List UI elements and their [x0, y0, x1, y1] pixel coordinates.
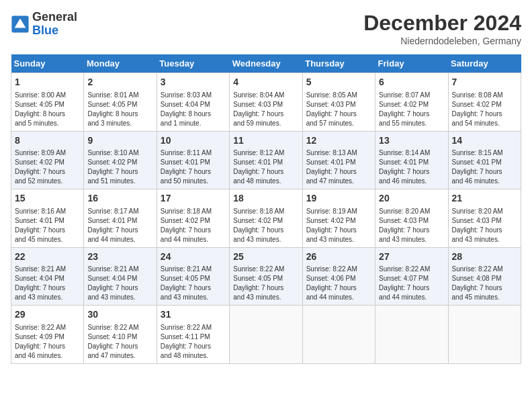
- month-title: December 2024: [363, 11, 521, 36]
- calendar-week-3: 15Sunrise: 8:16 AMSunset: 4:01 PMDayligh…: [11, 189, 521, 248]
- day-number: 21: [452, 192, 517, 205]
- day-number: 26: [306, 250, 371, 264]
- day-number: 22: [15, 250, 80, 264]
- day-number: 1: [15, 76, 80, 89]
- day-number: 5: [306, 76, 371, 89]
- day-info: Sunrise: 8:22 AMSunset: 4:05 PMDaylight:…: [233, 265, 298, 302]
- calendar-cell: 14Sunrise: 8:15 AMSunset: 4:01 PMDayligh…: [448, 131, 521, 189]
- calendar-cell: [375, 306, 448, 364]
- calendar-cell: 2Sunrise: 8:01 AMSunset: 4:05 PMDaylight…: [84, 73, 157, 132]
- day-info: Sunrise: 8:01 AMSunset: 4:05 PMDaylight:…: [87, 91, 152, 128]
- calendar-week-5: 29Sunrise: 8:22 AMSunset: 4:09 PMDayligh…: [11, 306, 521, 364]
- day-number: 2: [87, 76, 152, 89]
- calendar-cell: 15Sunrise: 8:16 AMSunset: 4:01 PMDayligh…: [11, 189, 84, 248]
- calendar-cell: 18Sunrise: 8:18 AMSunset: 4:02 PMDayligh…: [230, 189, 302, 248]
- day-info: Sunrise: 8:20 AMSunset: 4:03 PMDaylight:…: [452, 207, 517, 244]
- header-friday: Friday: [375, 54, 448, 73]
- day-info: Sunrise: 8:15 AMSunset: 4:01 PMDaylight:…: [452, 148, 517, 186]
- logo: General Blue: [11, 11, 77, 38]
- calendar-cell: 31Sunrise: 8:22 AMSunset: 4:11 PMDayligh…: [157, 306, 229, 364]
- day-number: 20: [379, 192, 444, 205]
- logo-icon: [11, 15, 30, 34]
- calendar-cell: 29Sunrise: 8:22 AMSunset: 4:09 PMDayligh…: [11, 306, 84, 364]
- calendar-week-2: 8Sunrise: 8:09 AMSunset: 4:02 PMDaylight…: [11, 131, 521, 189]
- day-info: Sunrise: 8:22 AMSunset: 4:11 PMDaylight:…: [161, 323, 226, 361]
- header-monday: Monday: [84, 54, 157, 73]
- location-title: Niederndodeleben, Germany: [363, 36, 521, 46]
- calendar-cell: 12Sunrise: 8:13 AMSunset: 4:01 PMDayligh…: [302, 131, 375, 189]
- day-number: 16: [87, 192, 152, 205]
- calendar-cell: 30Sunrise: 8:22 AMSunset: 4:10 PMDayligh…: [84, 306, 157, 364]
- day-info: Sunrise: 8:17 AMSunset: 4:01 PMDaylight:…: [87, 207, 152, 244]
- day-info: Sunrise: 8:12 AMSunset: 4:01 PMDaylight:…: [233, 148, 298, 186]
- day-info: Sunrise: 8:16 AMSunset: 4:01 PMDaylight:…: [15, 207, 80, 244]
- day-number: 17: [161, 192, 226, 205]
- day-number: 11: [233, 134, 298, 148]
- calendar-cell: 10Sunrise: 8:11 AMSunset: 4:01 PMDayligh…: [157, 131, 229, 189]
- calendar-cell: 8Sunrise: 8:09 AMSunset: 4:02 PMDaylight…: [11, 131, 84, 189]
- day-info: Sunrise: 8:07 AMSunset: 4:02 PMDaylight:…: [379, 91, 444, 128]
- calendar-week-1: 1Sunrise: 8:00 AMSunset: 4:05 PMDaylight…: [11, 73, 521, 132]
- day-number: 3: [161, 76, 226, 89]
- calendar-cell: 24Sunrise: 8:21 AMSunset: 4:05 PMDayligh…: [157, 247, 229, 306]
- day-number: 19: [306, 192, 371, 205]
- day-info: Sunrise: 8:19 AMSunset: 4:02 PMDaylight:…: [306, 207, 371, 244]
- day-info: Sunrise: 8:11 AMSunset: 4:01 PMDaylight:…: [161, 148, 226, 186]
- calendar-cell: 20Sunrise: 8:20 AMSunset: 4:03 PMDayligh…: [375, 189, 448, 248]
- calendar-table: SundayMondayTuesdayWednesdayThursdayFrid…: [11, 54, 521, 364]
- calendar-header-row: SundayMondayTuesdayWednesdayThursdayFrid…: [11, 54, 521, 73]
- header-thursday: Thursday: [302, 54, 375, 73]
- day-info: Sunrise: 8:13 AMSunset: 4:01 PMDaylight:…: [306, 148, 371, 186]
- day-number: 6: [379, 76, 444, 89]
- day-info: Sunrise: 8:03 AMSunset: 4:04 PMDaylight:…: [161, 91, 226, 128]
- day-info: Sunrise: 8:20 AMSunset: 4:03 PMDaylight:…: [379, 207, 444, 244]
- calendar-cell: 26Sunrise: 8:22 AMSunset: 4:06 PMDayligh…: [302, 247, 375, 306]
- day-number: 14: [452, 134, 517, 148]
- day-info: Sunrise: 8:04 AMSunset: 4:03 PMDaylight:…: [233, 91, 298, 128]
- day-number: 4: [233, 76, 298, 89]
- calendar-cell: 17Sunrise: 8:18 AMSunset: 4:02 PMDayligh…: [157, 189, 229, 248]
- day-info: Sunrise: 8:08 AMSunset: 4:02 PMDaylight:…: [452, 91, 517, 128]
- day-info: Sunrise: 8:21 AMSunset: 4:04 PMDaylight:…: [15, 265, 80, 302]
- calendar-cell: 16Sunrise: 8:17 AMSunset: 4:01 PMDayligh…: [84, 189, 157, 248]
- day-number: 15: [15, 192, 80, 205]
- day-info: Sunrise: 8:22 AMSunset: 4:07 PMDaylight:…: [379, 265, 444, 302]
- header-sunday: Sunday: [11, 54, 84, 73]
- page-header: General Blue December 2024 Niederndodele…: [11, 11, 521, 46]
- day-info: Sunrise: 8:05 AMSunset: 4:03 PMDaylight:…: [306, 91, 371, 128]
- calendar-cell: [302, 306, 375, 364]
- day-info: Sunrise: 8:22 AMSunset: 4:10 PMDaylight:…: [87, 323, 152, 361]
- logo-line2: Blue: [32, 24, 77, 38]
- day-number: 24: [161, 250, 226, 264]
- day-number: 27: [379, 250, 444, 264]
- calendar-cell: 13Sunrise: 8:14 AMSunset: 4:01 PMDayligh…: [375, 131, 448, 189]
- day-info: Sunrise: 8:21 AMSunset: 4:04 PMDaylight:…: [87, 265, 152, 302]
- day-number: 10: [161, 134, 226, 148]
- day-info: Sunrise: 8:22 AMSunset: 4:08 PMDaylight:…: [452, 265, 517, 302]
- calendar-cell: 9Sunrise: 8:10 AMSunset: 4:02 PMDaylight…: [84, 131, 157, 189]
- calendar-cell: 3Sunrise: 8:03 AMSunset: 4:04 PMDaylight…: [157, 73, 229, 132]
- day-info: Sunrise: 8:18 AMSunset: 4:02 PMDaylight:…: [161, 207, 226, 244]
- calendar-cell: 25Sunrise: 8:22 AMSunset: 4:05 PMDayligh…: [230, 247, 302, 306]
- calendar-cell: 7Sunrise: 8:08 AMSunset: 4:02 PMDaylight…: [448, 73, 521, 132]
- calendar-cell: 6Sunrise: 8:07 AMSunset: 4:02 PMDaylight…: [375, 73, 448, 132]
- day-number: 12: [306, 134, 371, 148]
- calendar-cell: [448, 306, 521, 364]
- calendar-cell: 23Sunrise: 8:21 AMSunset: 4:04 PMDayligh…: [84, 247, 157, 306]
- day-info: Sunrise: 8:21 AMSunset: 4:05 PMDaylight:…: [161, 265, 226, 302]
- header-wednesday: Wednesday: [230, 54, 302, 73]
- day-number: 8: [15, 134, 80, 148]
- calendar-cell: 19Sunrise: 8:19 AMSunset: 4:02 PMDayligh…: [302, 189, 375, 248]
- day-number: 23: [87, 250, 152, 264]
- day-number: 18: [233, 192, 298, 205]
- header-tuesday: Tuesday: [157, 54, 229, 73]
- day-number: 30: [87, 308, 152, 322]
- day-info: Sunrise: 8:00 AMSunset: 4:05 PMDaylight:…: [15, 91, 80, 128]
- calendar-cell: [230, 306, 302, 364]
- day-info: Sunrise: 8:10 AMSunset: 4:02 PMDaylight:…: [87, 148, 152, 186]
- day-info: Sunrise: 8:22 AMSunset: 4:09 PMDaylight:…: [15, 323, 80, 361]
- calendar-cell: 11Sunrise: 8:12 AMSunset: 4:01 PMDayligh…: [230, 131, 302, 189]
- day-number: 9: [87, 134, 152, 148]
- day-number: 29: [15, 308, 80, 322]
- day-number: 13: [379, 134, 444, 148]
